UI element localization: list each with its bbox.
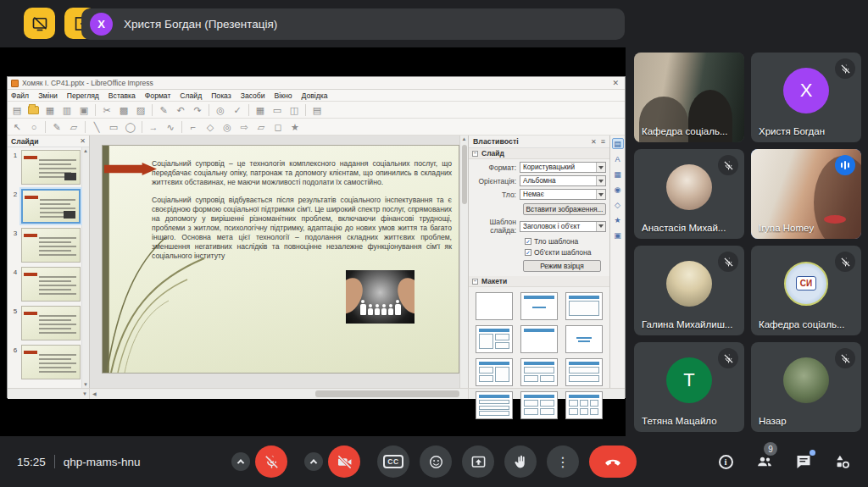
layout-centered-text[interactable] xyxy=(565,325,603,353)
layout-title-2col-left[interactable] xyxy=(476,358,513,386)
participant-tile[interactable]: Iryna Homey xyxy=(751,149,861,239)
slide-thumbnail[interactable]: 6 xyxy=(9,345,81,379)
menu-item[interactable]: Показ xyxy=(211,91,231,100)
master-slides-icon[interactable]: ▣ xyxy=(612,230,624,241)
chevron-down-icon[interactable] xyxy=(596,190,605,199)
image-icon[interactable]: ▭ xyxy=(271,102,283,118)
connector-icon[interactable]: ⌐ xyxy=(187,119,199,135)
open-icon[interactable] xyxy=(28,106,39,114)
slide-thumbnail[interactable]: 3 xyxy=(9,228,81,263)
menu-item[interactable]: Засоби xyxy=(241,91,265,100)
slide-thumbnail[interactable]: 1 xyxy=(9,150,81,185)
mic-toggle-button[interactable] xyxy=(255,445,287,478)
chevron-down-icon[interactable] xyxy=(596,163,605,172)
master-view-button[interactable]: Режим взірця xyxy=(523,260,601,272)
menu-item[interactable]: Довідка xyxy=(302,91,328,100)
animation-icon[interactable]: ★ xyxy=(612,214,624,225)
layout-title-6content[interactable] xyxy=(565,391,603,419)
participants-button[interactable]: 9 xyxy=(754,451,775,472)
callouts-icon[interactable]: ◻ xyxy=(272,119,284,135)
presenter-pill[interactable]: X Христя Богдан (Презентація) xyxy=(81,8,625,40)
meeting-details-button[interactable]: i xyxy=(715,451,736,472)
select-icon[interactable]: ↖ xyxy=(11,119,23,135)
shapes-icon[interactable]: ◇ xyxy=(612,199,624,210)
zoom-icon[interactable]: ○ xyxy=(28,119,40,135)
layout-title-sub[interactable] xyxy=(520,292,558,320)
undo-icon[interactable]: ↶ xyxy=(175,102,186,118)
participant-tile[interactable]: Кафедра соціаль... xyxy=(634,53,744,142)
activities-button[interactable] xyxy=(832,451,853,472)
properties-deck-icon[interactable]: ▤ xyxy=(612,138,624,149)
participant-tile[interactable]: XХристя Богдан xyxy=(751,53,861,142)
menu-item[interactable]: Файл xyxy=(11,91,29,100)
scroll-up-icon[interactable]: ▲ xyxy=(83,147,88,154)
layout-title-4content[interactable] xyxy=(520,391,558,419)
clone-formatting-icon[interactable]: ✎ xyxy=(158,102,170,118)
end-call-button[interactable] xyxy=(589,445,637,478)
fill-color-icon[interactable]: ▱ xyxy=(68,119,80,135)
rectangle-icon[interactable]: ▭ xyxy=(108,119,120,135)
block-arrows-icon[interactable]: ⇨ xyxy=(238,119,250,135)
chevron-down-icon[interactable] xyxy=(596,176,605,185)
raise-hand-button[interactable] xyxy=(504,445,537,478)
print-icon[interactable]: ▣ xyxy=(78,102,90,118)
scrollbar-thumb[interactable] xyxy=(462,145,467,204)
layout-title-only[interactable] xyxy=(520,325,558,353)
copy-icon[interactable]: ▩ xyxy=(118,102,130,118)
slide-thumbnail[interactable]: 2 xyxy=(9,189,81,224)
gallery-icon[interactable]: ▦ xyxy=(612,169,624,180)
navigator-icon[interactable]: ◉ xyxy=(612,184,624,195)
participant-tile[interactable]: Анастасія Михай... xyxy=(634,149,744,239)
styles-icon[interactable]: A xyxy=(612,153,624,164)
template-background-checkbox[interactable]: ✓ Тло шаблона xyxy=(525,237,609,246)
layout-title-content-2content[interactable] xyxy=(520,358,558,386)
camera-toggle-button[interactable] xyxy=(328,445,360,478)
participant-tile[interactable]: ТТетяна Мацайло xyxy=(634,342,744,432)
line-icon[interactable]: ╲ xyxy=(91,119,103,135)
more-options-button[interactable]: ⋮ xyxy=(547,445,579,478)
current-slide[interactable]: Соціальний супровід – це технологія комп… xyxy=(102,145,459,374)
impress-titlebar[interactable]: Хомяк І. СР41.pptx - LibreOffice Impress… xyxy=(8,77,625,90)
menu-item[interactable]: Слайд xyxy=(180,91,202,100)
slides-scrollbar[interactable]: ▲▼ xyxy=(81,147,89,388)
layout-title-3rows[interactable] xyxy=(476,391,513,419)
chevron-down-icon[interactable] xyxy=(596,222,605,231)
arrow-icon[interactable]: → xyxy=(147,119,159,135)
basic-shapes-icon[interactable]: ◇ xyxy=(204,119,216,135)
cut-icon[interactable]: ✂ xyxy=(101,102,113,118)
camera-options-button[interactable] xyxy=(304,452,323,471)
flowchart-icon[interactable]: ▱ xyxy=(255,119,267,135)
stop-presenting-button[interactable] xyxy=(24,8,55,39)
layout-title-2col-right[interactable] xyxy=(476,325,513,353)
horizontal-scrollbar[interactable]: ◀ xyxy=(90,389,468,399)
spelling-icon[interactable]: ✓ xyxy=(231,102,243,118)
scroll-up-icon[interactable]: ▲ xyxy=(462,136,467,143)
find-replace-icon[interactable]: ◎ xyxy=(214,102,226,118)
line-color-icon[interactable]: ✎ xyxy=(51,119,63,135)
slide-template-select[interactable]: Заголовок і об'єкт xyxy=(520,221,606,232)
reactions-button[interactable] xyxy=(420,445,452,478)
slide-thumbnail[interactable]: 5 xyxy=(9,306,81,340)
collapse-icon[interactable]: − xyxy=(472,151,478,157)
layout-blank[interactable] xyxy=(476,292,513,320)
display-grid-icon[interactable]: ▤ xyxy=(311,102,323,118)
window-close-button[interactable]: ✕ xyxy=(609,79,621,87)
export-pdf-icon[interactable]: ▥ xyxy=(61,102,73,118)
sidebar-menu-icon[interactable]: ≡ xyxy=(601,137,605,146)
slide-thumbnail[interactable]: 4 xyxy=(9,267,81,302)
collapse-icon[interactable]: − xyxy=(472,279,478,285)
paste-icon[interactable]: ▨ xyxy=(135,102,147,118)
template-objects-checkbox[interactable]: ✓ Об'єкти шаблона xyxy=(525,248,609,257)
participant-tile[interactable]: Галина Михайлиш... xyxy=(634,246,744,335)
redo-icon[interactable]: ↷ xyxy=(192,102,203,118)
new-icon[interactable]: ▤ xyxy=(11,102,23,118)
layout-title-content[interactable] xyxy=(565,292,603,320)
format-select[interactable]: Користувацький xyxy=(520,162,606,173)
scroll-down-icon[interactable]: ▼ xyxy=(83,381,88,388)
slides-scroll-down-icon[interactable]: ▼ xyxy=(8,389,90,399)
menu-item[interactable]: Вікно xyxy=(275,91,292,100)
slide-edit-area[interactable]: Соціальний супровід – це технологія комп… xyxy=(90,136,459,388)
ellipse-icon[interactable]: ◯ xyxy=(125,119,136,135)
stars-icon[interactable]: ★ xyxy=(289,119,301,135)
participant-tile[interactable]: СИКафедра соціаль... xyxy=(751,246,861,335)
